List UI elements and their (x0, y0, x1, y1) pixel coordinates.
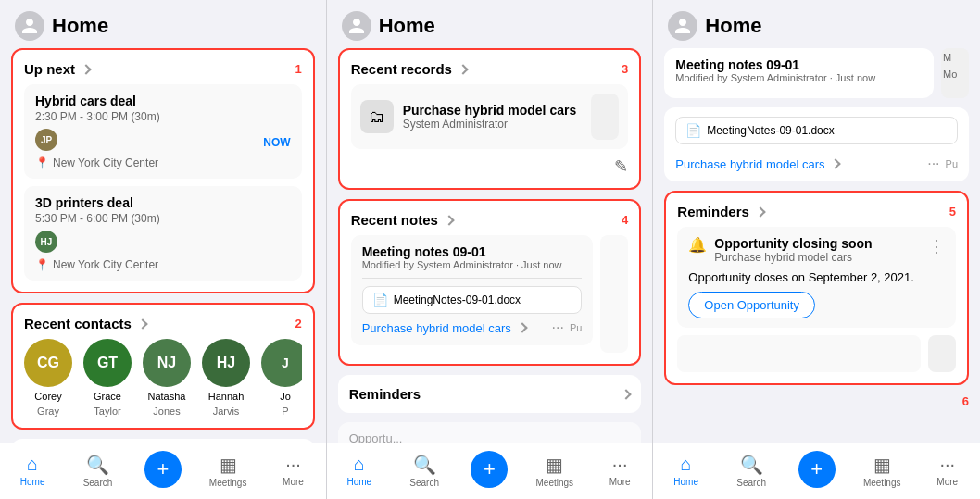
nav-more-3[interactable]: ··· More (920, 454, 975, 487)
reminders-chevron[interactable] (622, 389, 632, 399)
nav-meetings-2[interactable]: ▦ Meetings (527, 454, 583, 488)
section-6-label-row: 6 (664, 394, 969, 408)
note-ellipsis-3[interactable]: ··· (927, 156, 939, 172)
contacts-chevron[interactable] (137, 318, 147, 329)
contact-corey[interactable]: CG Corey Gray (24, 339, 72, 417)
note-secondary (600, 235, 628, 353)
record-title: Purchase hybrid model cars (403, 103, 583, 118)
contacts-number: 2 (295, 317, 301, 331)
reminder-card-partial (677, 335, 921, 372)
contact-avatar-nj: NJ (143, 339, 191, 387)
avatar (15, 11, 44, 41)
nav-home-3[interactable]: ⌂ Home (659, 454, 714, 487)
nav-home-1[interactable]: ⌂ Home (5, 454, 60, 487)
reminder-preview: Opportu... (338, 422, 642, 443)
recent-notes-title: Recent notes (351, 212, 453, 228)
nav-search-label-3: Search (736, 478, 766, 488)
reminder-desc: Opportunity closes on September 2, 2021. (688, 269, 945, 286)
up-next-number: 1 (295, 62, 301, 76)
event-item-2[interactable]: 3D printers deal 5:30 PM - 6:00 PM (30m)… (24, 186, 302, 281)
event-1-time: 2:30 PM - 3:00 PM (30m) (35, 110, 160, 123)
nav-search-2[interactable]: 🔍 Search (396, 454, 452, 488)
nav-more-label-3: More (936, 477, 958, 487)
note-attachment: 📄 MeetingNotes-09-01.docx (362, 286, 583, 314)
nav-home-2[interactable]: ⌂ Home (332, 454, 387, 487)
event-1-location: 📍 New York City Center (35, 156, 291, 169)
event-1-title: Hybrid cars deal (35, 94, 160, 108)
reminder-preview-text: Opportu... (349, 431, 631, 443)
contact-hannah[interactable]: HJ Hannah Jarvis (202, 339, 250, 417)
records-chevron[interactable] (458, 64, 468, 74)
note-link-chevron (517, 322, 527, 332)
reminders-label: Reminders (349, 386, 421, 402)
phone-2: Home Recent records 3 🗂 Purchase hybrid … (327, 0, 654, 499)
notes-top-row: Meeting notes 09-01 Modified by System A… (664, 48, 969, 98)
nav-search-label-2: Search (409, 478, 439, 488)
nav-fab-1[interactable]: + (135, 451, 191, 490)
contact-grace[interactable]: GT Grace Taylor (83, 339, 132, 417)
search-icon-2: 🔍 (413, 454, 436, 476)
meetings-icon: ▦ (220, 454, 237, 476)
contact-avatar-gt: GT (83, 339, 132, 387)
record-item-1[interactable]: 🗂 Purchase hybrid model cars System Admi… (351, 84, 629, 149)
reminder-header-row: 🔔 Opportunity closing soon Purchase hybr… (688, 236, 945, 264)
search-icon: 🔍 (86, 454, 109, 476)
nav-home-label: Home (20, 477, 45, 487)
nav-meetings-1[interactable]: ▦ Meetings (200, 454, 256, 488)
nav-fab-3[interactable]: + (789, 451, 845, 490)
contact-jo[interactable]: J Jo P (261, 339, 302, 417)
phone-2-bottom-nav: ⌂ Home 🔍 Search + ▦ Meetings ··· More (327, 443, 653, 499)
nav-fab-2[interactable]: + (461, 451, 517, 490)
open-opportunity-button[interactable]: Open Opportunity (688, 292, 815, 318)
reminder-icon-area: 🔔 Opportunity closing soon Purchase hybr… (688, 236, 872, 264)
nav-search-3[interactable]: 🔍 Search (723, 454, 779, 488)
fab-button-2[interactable]: + (471, 451, 508, 488)
contact-lastname-natasha: Jones (153, 405, 180, 417)
contact-name-grace: Grace (94, 391, 121, 402)
up-next-header: Up next 1 (24, 61, 302, 77)
nav-home-label-2: Home (346, 477, 371, 487)
nav-search-1[interactable]: 🔍 Search (69, 454, 125, 488)
note-ellipsis[interactable]: ··· (552, 319, 564, 336)
notes-chevron[interactable] (444, 215, 454, 225)
avatar-3 (668, 11, 697, 41)
note-link[interactable]: Purchase hybrid model cars (362, 321, 526, 335)
event-2-time: 5:30 PM - 6:00 PM (30m) (35, 212, 291, 225)
contact-avatar-cg: CG (24, 339, 72, 387)
note-item-1[interactable]: Meeting notes 09-01 Modified by System A… (351, 235, 594, 345)
phone-1-content: Up next 1 Hybrid cars deal 2:30 PM - 3:0… (0, 48, 326, 443)
event-1-avatar: JP (35, 129, 57, 151)
note-link-3[interactable]: Purchase hybrid model cars (675, 157, 839, 171)
avatar-2 (342, 11, 371, 41)
event-2-avatar: HJ (35, 231, 57, 253)
fab-button-1[interactable]: + (144, 451, 182, 488)
phone-3-content: Meeting notes 09-01 Modified by System A… (653, 48, 980, 443)
nav-meetings-3[interactable]: ▦ Meetings (854, 454, 910, 488)
notes-number: 4 (622, 213, 628, 227)
up-next-chevron[interactable] (81, 64, 91, 74)
edit-icon[interactable]: ✎ (614, 156, 628, 177)
reminder-more-icon[interactable]: ⋮ (928, 236, 945, 256)
contact-natasha[interactable]: NJ Natasha Jones (143, 339, 191, 417)
nav-search-label: Search (83, 478, 113, 488)
fab-button-3[interactable]: + (798, 451, 836, 488)
nav-more-label-2: More (609, 477, 631, 487)
event-item-1[interactable]: Hybrid cars deal 2:30 PM - 3:00 PM (30m)… (24, 84, 302, 179)
recent-contacts-section: Recent contacts 2 CG Corey Gray GT Grace… (11, 303, 315, 430)
records-number: 3 (622, 62, 628, 76)
reminders-5-chevron[interactable] (755, 206, 765, 217)
reminder-partial-row (677, 335, 956, 372)
notes-top-right: M Mo (941, 48, 969, 98)
recent-notes-section: Recent notes 4 Meeting notes 09-01 Modif… (338, 199, 642, 366)
reminders-partial: Reminders (338, 375, 642, 413)
phone-2-title: Home (379, 14, 435, 38)
phone-1-bottom-nav: ⌂ Home 🔍 Search + ▦ Meetings ··· More (0, 443, 326, 499)
reminder-item-1: 🔔 Opportunity closing soon Purchase hybr… (677, 227, 956, 328)
nav-more-2[interactable]: ··· More (592, 454, 647, 487)
meetings-icon-3: ▦ (873, 454, 891, 476)
nav-more-1[interactable]: ··· More (265, 454, 320, 487)
event-2-title: 3D printers deal (35, 195, 291, 210)
reminder-right (928, 335, 956, 372)
reminders-section-5: Reminders 5 🔔 Opportunity closing soon P… (664, 191, 969, 385)
contact-name-corey: Corey (34, 391, 61, 402)
